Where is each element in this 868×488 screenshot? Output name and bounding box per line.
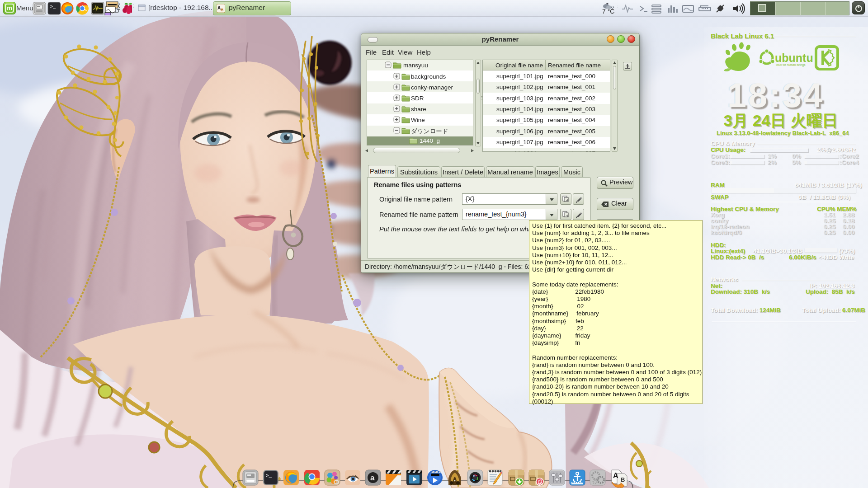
svg-text:>_: >_ xyxy=(266,473,272,479)
svg-text:a: a xyxy=(370,474,375,482)
svg-text:ubuntu: ubuntu xyxy=(775,52,813,64)
svg-text:B: B xyxy=(621,476,625,483)
svg-text:>_: >_ xyxy=(50,5,56,9)
svg-text:B: B xyxy=(221,8,224,12)
svg-text:linux for human beings: linux for human beings xyxy=(776,63,806,67)
svg-text:A: A xyxy=(613,472,618,479)
